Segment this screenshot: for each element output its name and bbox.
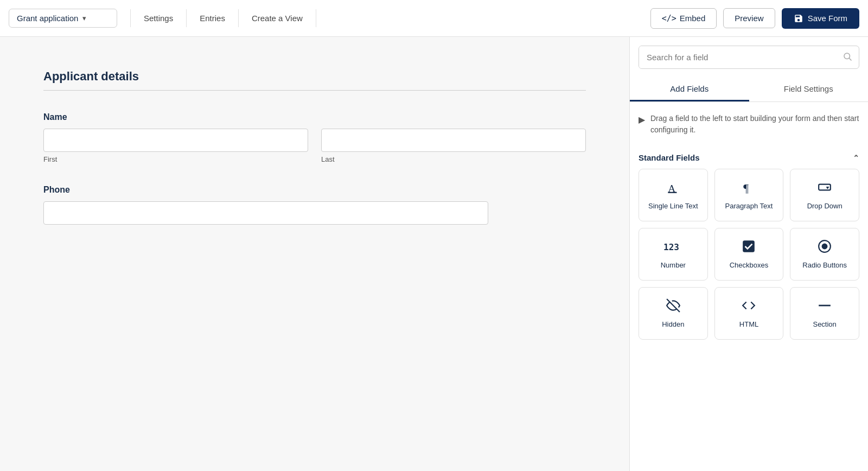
section-title: Applicant details bbox=[43, 69, 586, 84]
settings-link[interactable]: Settings bbox=[130, 9, 187, 27]
drop-down-icon bbox=[818, 180, 832, 196]
form-canvas: Applicant details Name First Last Phone bbox=[0, 37, 629, 471]
svg-text:¶: ¶ bbox=[744, 182, 749, 194]
save-icon bbox=[794, 14, 803, 23]
main-layout: Applicant details Name First Last Phone bbox=[0, 37, 868, 471]
top-nav: Grant application ▾ Settings Entries Cre… bbox=[0, 0, 868, 37]
tab-add-fields[interactable]: Add Fields bbox=[630, 78, 749, 101]
last-label: Last bbox=[321, 155, 586, 163]
name-label: Name bbox=[43, 112, 586, 122]
save-form-button[interactable]: Save Form bbox=[782, 8, 859, 29]
html-icon bbox=[742, 298, 756, 315]
checkboxes-icon bbox=[742, 239, 756, 256]
field-card-paragraph-text[interactable]: ¶ Paragraph Text bbox=[714, 169, 784, 221]
entries-link[interactable]: Entries bbox=[187, 9, 239, 27]
svg-rect-7 bbox=[743, 240, 755, 252]
field-card-drop-down[interactable]: Drop Down bbox=[790, 169, 859, 221]
field-card-label-paragraph-text: Paragraph Text bbox=[725, 202, 773, 210]
field-card-label-section: Section bbox=[813, 320, 836, 328]
fields-grid: A Single Line Text ¶ Paragraph Text Drop… bbox=[639, 169, 859, 346]
svg-line-1 bbox=[849, 58, 851, 60]
field-card-radio-buttons[interactable]: Radio Buttons bbox=[790, 228, 859, 281]
svg-point-9 bbox=[822, 244, 828, 250]
field-card-number[interactable]: 123 Number bbox=[639, 228, 708, 281]
form-title-text: Grant application bbox=[17, 14, 78, 23]
embed-button[interactable]: </> Embed bbox=[650, 8, 717, 29]
field-card-label-html: HTML bbox=[739, 320, 758, 328]
field-card-single-line-text[interactable]: A Single Line Text bbox=[639, 169, 708, 221]
fields-section: Standard Fields ⌃ A Single Line Text ¶ P… bbox=[630, 147, 868, 346]
standard-fields-label: Standard Fields bbox=[639, 153, 700, 162]
collapse-icon[interactable]: ⌃ bbox=[853, 154, 859, 162]
svg-point-0 bbox=[844, 53, 850, 59]
nav-links: Settings Entries Create a View bbox=[130, 9, 316, 27]
right-panel: Add Fields Field Settings ▶ Drag a field… bbox=[629, 37, 868, 471]
preview-button[interactable]: Preview bbox=[723, 8, 775, 28]
radio-buttons-icon bbox=[818, 239, 832, 256]
first-name-col: First bbox=[43, 129, 308, 163]
search-icon bbox=[836, 52, 859, 63]
section-divider bbox=[43, 90, 586, 91]
search-input[interactable] bbox=[639, 46, 836, 68]
field-card-label-hidden: Hidden bbox=[662, 320, 684, 328]
field-card-label-radio-buttons: Radio Buttons bbox=[802, 261, 847, 269]
single-line-text-icon: A bbox=[666, 180, 680, 196]
section-icon bbox=[818, 298, 832, 315]
field-card-label-checkboxes: Checkboxes bbox=[730, 261, 769, 269]
fields-section-header: Standard Fields ⌃ bbox=[639, 147, 859, 169]
field-card-section[interactable]: Section bbox=[790, 287, 859, 340]
last-name-col: Last bbox=[321, 129, 586, 163]
phone-label: Phone bbox=[43, 185, 586, 195]
field-card-label-drop-down: Drop Down bbox=[807, 202, 843, 210]
search-box-wrapper bbox=[630, 37, 868, 69]
embed-code-icon: </> bbox=[662, 14, 676, 23]
field-card-hidden[interactable]: Hidden bbox=[639, 287, 708, 340]
svg-text:123: 123 bbox=[663, 242, 679, 252]
hidden-icon bbox=[666, 298, 680, 315]
cursor-icon: ▶ bbox=[639, 113, 645, 126]
first-label: First bbox=[43, 155, 308, 163]
name-row: First Last bbox=[43, 129, 586, 163]
phone-input[interactable] bbox=[43, 201, 488, 225]
phone-field-group: Phone bbox=[43, 185, 586, 225]
panel-tabs: Add Fields Field Settings bbox=[630, 78, 868, 102]
search-box bbox=[639, 46, 859, 69]
field-card-label-number: Number bbox=[661, 261, 686, 269]
create-view-link[interactable]: Create a View bbox=[239, 9, 316, 27]
field-card-label-single-line-text: Single Line Text bbox=[648, 202, 698, 210]
paragraph-text-icon: ¶ bbox=[742, 180, 756, 196]
drag-hint-text: Drag a field to the left to start buildi… bbox=[650, 113, 859, 136]
last-name-input[interactable] bbox=[321, 129, 586, 152]
tab-field-settings[interactable]: Field Settings bbox=[749, 78, 869, 101]
field-card-checkboxes[interactable]: Checkboxes bbox=[714, 228, 784, 281]
field-card-html[interactable]: HTML bbox=[714, 287, 784, 340]
nav-actions: </> Embed Preview Save Form bbox=[650, 8, 859, 29]
number-icon: 123 bbox=[663, 239, 683, 256]
form-title-select[interactable]: Grant application ▾ bbox=[9, 9, 117, 28]
drag-hint: ▶ Drag a field to the left to start buil… bbox=[630, 102, 868, 147]
name-field-group: Name First Last bbox=[43, 112, 586, 163]
chevron-down-icon: ▾ bbox=[82, 14, 86, 22]
first-name-input[interactable] bbox=[43, 129, 308, 152]
